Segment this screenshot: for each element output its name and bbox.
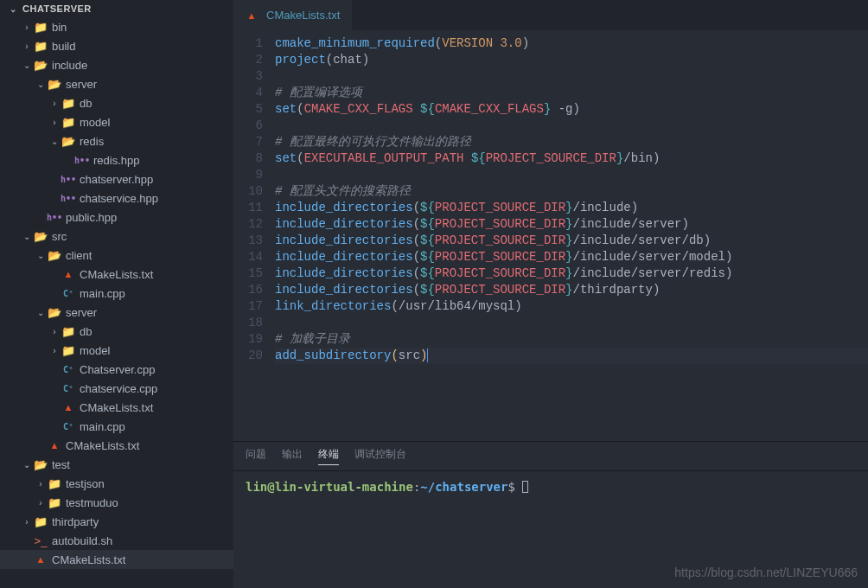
tree-item[interactable]: ›📁testjson xyxy=(0,474,233,493)
chevron-right-icon[interactable]: › xyxy=(35,498,47,508)
tree-item[interactable]: h••chatservice.hpp xyxy=(0,189,233,208)
explorer-header[interactable]: ⌄ CHATSERVER xyxy=(0,0,233,17)
file-icon: ▲ xyxy=(61,269,76,279)
tree-item-label: client xyxy=(66,249,92,262)
code-area[interactable]: cmake_minimum_required(VERSION 3.0)proje… xyxy=(275,30,868,441)
folder-icon: 📂 xyxy=(47,78,62,91)
chevron-down-icon[interactable]: ⌄ xyxy=(48,137,61,146)
folder-icon: 📂 xyxy=(33,458,48,471)
code-editor[interactable]: 1234567891011121314151617181920 cmake_mi… xyxy=(233,30,868,441)
tree-item-label: db xyxy=(80,97,92,110)
terminal-body[interactable]: lin@lin-virtual-machine:~/chatserver$ xyxy=(233,471,868,588)
tree-item[interactable]: ▲CMakeLists.txt xyxy=(0,398,233,417)
tree-item[interactable]: ⌄📂src xyxy=(0,227,233,246)
code-line[interactable]: include_directories(${PROJECT_SOURCE_DIR… xyxy=(275,282,868,298)
chevron-right-icon[interactable]: › xyxy=(48,327,61,336)
tree-item[interactable]: h••public.hpp xyxy=(0,208,233,227)
chevron-down-icon[interactable]: ⌄ xyxy=(21,61,33,70)
line-number: 5 xyxy=(233,101,263,118)
file-icon: ▲ xyxy=(61,402,76,412)
tree-item[interactable]: ▲CMakeLists.txt xyxy=(0,550,233,569)
tree-item[interactable]: ›📁testmuduo xyxy=(0,493,233,512)
tree-item[interactable]: ⌄📂server xyxy=(0,74,233,93)
terminal-tab[interactable]: 终端 xyxy=(318,447,339,465)
code-line[interactable] xyxy=(275,68,868,85)
code-line[interactable]: cmake_minimum_required(VERSION 3.0) xyxy=(275,35,868,52)
code-line[interactable]: # 加载子目录 xyxy=(275,331,868,348)
chevron-right-icon[interactable]: › xyxy=(48,346,61,355)
tree-item[interactable]: ⌄📂redis xyxy=(0,131,233,150)
code-line[interactable]: set(EXECUTABLE_OUTPUT_PATH ${PROJECT_SOU… xyxy=(275,150,868,167)
file-icon: C⁺ xyxy=(61,365,76,374)
terminal-panel: 问题输出终端调试控制台 lin@lin-virtual-machine:~/ch… xyxy=(233,441,868,588)
tree-item[interactable]: C⁺chatservice.cpp xyxy=(0,379,233,398)
tree-item[interactable]: ›📁db xyxy=(0,322,233,341)
chevron-right-icon[interactable]: › xyxy=(21,22,33,32)
chevron-right-icon[interactable]: › xyxy=(48,99,61,108)
chevron-down-icon[interactable]: ⌄ xyxy=(35,251,47,260)
terminal-path: ~/chatserver xyxy=(420,480,507,494)
line-number: 8 xyxy=(233,150,263,167)
tree-item-label: thirdparty xyxy=(52,515,99,528)
chevron-down-icon[interactable]: ⌄ xyxy=(21,460,33,470)
tree-item-label: server xyxy=(66,78,97,91)
terminal-tab[interactable]: 问题 xyxy=(246,447,266,465)
code-line[interactable]: include_directories(${PROJECT_SOURCE_DIR… xyxy=(275,216,868,233)
code-line[interactable]: project(chat) xyxy=(275,52,868,68)
chevron-right-icon[interactable]: › xyxy=(48,118,61,127)
code-line[interactable]: include_directories(${PROJECT_SOURCE_DIR… xyxy=(275,249,868,265)
chevron-right-icon[interactable]: › xyxy=(21,517,33,527)
code-line[interactable]: # 配置编译选项 xyxy=(275,85,868,101)
tree-item[interactable]: ›📁model xyxy=(0,112,233,131)
code-line[interactable] xyxy=(275,315,868,331)
code-line[interactable]: add_subdirectory(src) xyxy=(275,348,868,364)
tree-item[interactable]: ⌄📂server xyxy=(0,303,233,322)
folder-icon: 📂 xyxy=(33,230,48,243)
chevron-down-icon[interactable]: ⌄ xyxy=(35,308,47,317)
chevron-down-icon[interactable]: ⌄ xyxy=(35,80,47,89)
tree-item[interactable]: C⁺main.cpp xyxy=(0,284,233,303)
line-number: 16 xyxy=(233,282,263,298)
code-line[interactable]: include_directories(${PROJECT_SOURCE_DIR… xyxy=(275,233,868,249)
tree-item[interactable]: h••chatserver.hpp xyxy=(0,169,233,189)
folder-icon: 📂 xyxy=(61,135,76,148)
tree-item[interactable]: ›📁thirdparty xyxy=(0,512,233,531)
tree-item[interactable]: ⌄📂test xyxy=(0,455,233,474)
code-line[interactable]: # 配置最终的可执行文件输出的路径 xyxy=(275,134,868,150)
chevron-down-icon[interactable]: ⌄ xyxy=(21,232,33,241)
tree-item[interactable]: h••redis.hpp xyxy=(0,150,233,169)
folder-icon: 📁 xyxy=(33,515,48,528)
tree-item[interactable]: C⁺main.cpp xyxy=(0,417,233,436)
tree-item[interactable]: ⌄📂client xyxy=(0,246,233,265)
file-icon: h•• xyxy=(74,156,90,165)
code-line[interactable]: link_directories(/usr/lib64/mysql) xyxy=(275,298,868,315)
chevron-right-icon[interactable]: › xyxy=(21,42,33,51)
code-line[interactable]: set(CMAKE_CXX_FLAGS ${CMAKE_CXX_FLAGS} -… xyxy=(275,101,868,118)
tree-item[interactable]: >_autobuild.sh xyxy=(0,531,233,550)
file-icon: h•• xyxy=(61,194,76,203)
line-number: 10 xyxy=(233,183,263,200)
chevron-right-icon[interactable]: › xyxy=(35,479,47,489)
tree-item[interactable]: ▲CMakeLists.txt xyxy=(0,436,233,455)
tree-item-label: main.cpp xyxy=(80,287,125,300)
tree-item-label: CMakeLists.txt xyxy=(52,553,125,566)
line-number: 3 xyxy=(233,68,263,85)
tree-item[interactable]: ›📁model xyxy=(0,341,233,360)
tree-item[interactable]: ›📁build xyxy=(0,36,233,55)
terminal-tabs: 问题输出终端调试控制台 xyxy=(233,442,868,471)
code-line[interactable] xyxy=(275,167,868,183)
tree-item[interactable]: ›📁db xyxy=(0,93,233,112)
terminal-tab[interactable]: 调试控制台 xyxy=(354,447,406,465)
tree-item[interactable]: C⁺Chatserver.cpp xyxy=(0,360,233,379)
folder-icon: 📁 xyxy=(47,477,62,490)
tree-item[interactable]: ⌄📂include xyxy=(0,55,233,74)
code-line[interactable] xyxy=(275,118,868,134)
tree-item[interactable]: ▲CMakeLists.txt xyxy=(0,265,233,284)
tab-cmakelists[interactable]: ▲ CMakeLists.txt xyxy=(233,0,352,30)
tree-item[interactable]: ›📁bin xyxy=(0,17,233,36)
code-line[interactable]: include_directories(${PROJECT_SOURCE_DIR… xyxy=(275,265,868,282)
tree-item-label: main.cpp xyxy=(80,420,125,433)
code-line[interactable]: # 配置头文件的搜索路径 xyxy=(275,183,868,200)
terminal-tab[interactable]: 输出 xyxy=(282,447,303,465)
code-line[interactable]: include_directories(${PROJECT_SOURCE_DIR… xyxy=(275,200,868,216)
